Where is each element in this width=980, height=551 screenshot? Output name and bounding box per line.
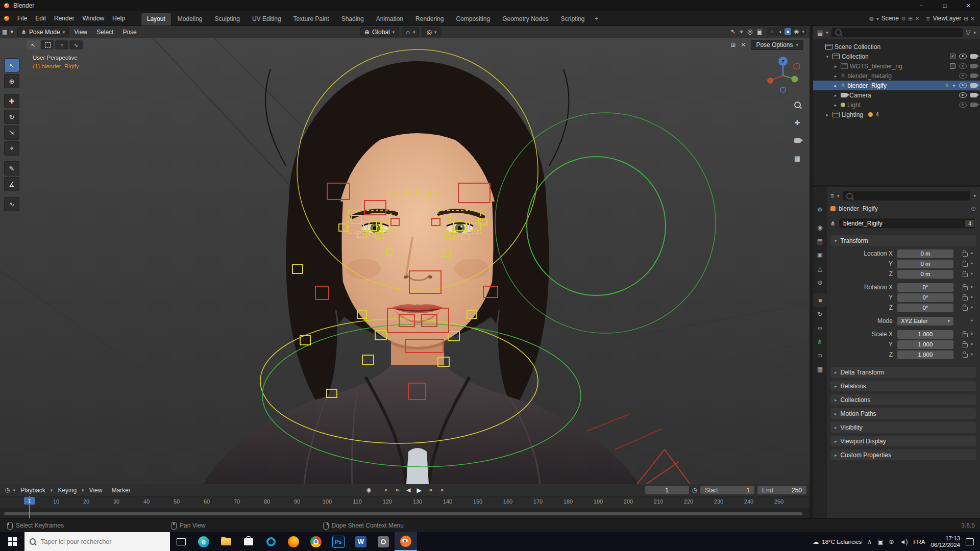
scene-dropdown-icon[interactable]: ▾ bbox=[876, 16, 879, 21]
workspace-tab-layout[interactable]: Layout bbox=[141, 13, 171, 26]
pin-scene-icon[interactable]: ⊙ bbox=[901, 16, 905, 21]
hide-viewport-icon[interactable] bbox=[959, 63, 967, 69]
tray-expand-icon[interactable]: ∧ bbox=[867, 538, 872, 545]
menu-help[interactable]: Help bbox=[108, 13, 129, 24]
zoom-icon[interactable] bbox=[792, 99, 802, 110]
circle-select-icon[interactable]: ○ bbox=[55, 40, 68, 49]
taskbar-app-edge[interactable]: e bbox=[192, 532, 215, 551]
current-frame-marker[interactable]: 1 bbox=[24, 497, 35, 505]
tab-scene-icon[interactable]: △ bbox=[813, 262, 827, 276]
expand-icon[interactable]: ▸ bbox=[832, 73, 839, 79]
tab-texture-icon[interactable]: ▦ bbox=[813, 362, 827, 376]
lock-icon[interactable] bbox=[963, 307, 968, 311]
filter-icon[interactable]: ▽ bbox=[966, 29, 970, 36]
outliner-editor-icon[interactable]: ▤ bbox=[817, 29, 823, 36]
close-area-icon[interactable]: ✕ bbox=[741, 41, 746, 48]
lock-icon[interactable] bbox=[963, 343, 968, 347]
timeline-menu-playback[interactable]: Playback bbox=[16, 485, 50, 495]
expand-icon[interactable]: ▸ bbox=[832, 93, 839, 98]
tab-physics-icon[interactable]: ↻ bbox=[813, 307, 827, 321]
xray-toggle-icon[interactable]: ▣ bbox=[757, 28, 763, 35]
menu-render[interactable]: Render bbox=[50, 13, 78, 24]
new-viewlayer-icon[interactable]: ⊞ bbox=[964, 16, 968, 21]
workspace-tab-geometry-nodes[interactable]: Geometry Nodes bbox=[497, 13, 554, 26]
end-frame-field[interactable]: End 250 bbox=[757, 486, 806, 494]
task-view-button[interactable] bbox=[170, 532, 192, 551]
animate-dot-icon[interactable]: • bbox=[971, 294, 973, 301]
move-tool-button[interactable]: ✚ bbox=[4, 94, 19, 108]
navigation-gizmo[interactable]: Z bbox=[763, 55, 803, 96]
lock-icon[interactable] bbox=[963, 354, 968, 358]
location-z-field[interactable]: 0 m bbox=[897, 270, 953, 279]
lock-icon[interactable] bbox=[963, 296, 968, 300]
hide-viewport-icon[interactable] bbox=[959, 73, 967, 79]
animate-dot-icon[interactable]: • bbox=[971, 317, 973, 324]
outliner-row-light[interactable]: ▸ Light bbox=[813, 100, 980, 110]
next-keyframe-button[interactable]: ↠ bbox=[426, 486, 434, 494]
auto-keying-icon[interactable]: ◉ bbox=[364, 486, 374, 494]
section-relations[interactable]: ▸ Relations bbox=[830, 381, 976, 391]
lock-icon[interactable] bbox=[963, 253, 968, 257]
workspace-tab-sculpting[interactable]: Sculpting bbox=[209, 13, 246, 26]
taskbar-app-word[interactable]: W bbox=[350, 532, 372, 551]
animate-dot-icon[interactable]: • bbox=[971, 331, 973, 338]
taskbar-app-store[interactable] bbox=[237, 532, 260, 551]
network-icon[interactable]: ⊕ bbox=[889, 538, 894, 545]
mode-dropdown[interactable]: ⋔ Pose Mode ▾ bbox=[17, 27, 69, 37]
location-y-field[interactable]: 0 m bbox=[897, 260, 953, 268]
chevron-down-icon[interactable]: ▾ bbox=[826, 30, 828, 35]
lock-icon[interactable] bbox=[963, 333, 968, 337]
close-button[interactable]: ✕ bbox=[957, 0, 980, 11]
editor-type-dropdown-icon[interactable]: ▾ bbox=[10, 29, 13, 35]
hide-viewport-icon[interactable] bbox=[959, 83, 967, 88]
fullscreen-area-icon[interactable]: ⊞ bbox=[730, 41, 736, 48]
outliner-row-camera[interactable]: ▸ Camera bbox=[813, 90, 980, 100]
chevron-down-icon[interactable]: ▾ bbox=[973, 193, 976, 198]
tab-tool-icon[interactable]: ⚙ bbox=[813, 203, 827, 216]
viewport-menu-select[interactable]: Select bbox=[92, 27, 117, 37]
outliner-row-wgts[interactable]: ▸ WGTS_blender_rig bbox=[813, 61, 980, 71]
section-custom-properties[interactable]: ▸ Custom Properties bbox=[830, 449, 976, 460]
pose-options-dropdown[interactable]: Pose Options ▾ bbox=[751, 40, 803, 50]
section-delta-transform[interactable]: ▸ Delta Transform bbox=[830, 367, 976, 378]
expand-icon[interactable]: ▸ bbox=[832, 64, 839, 69]
editor-type-icon[interactable]: ▦ bbox=[0, 29, 9, 35]
search-input[interactable] bbox=[40, 538, 165, 546]
start-button[interactable] bbox=[0, 532, 24, 551]
menu-file[interactable]: File bbox=[13, 13, 31, 24]
section-viewport-display[interactable]: ▸ Viewport Display bbox=[830, 436, 976, 446]
scale-x-field[interactable]: 1.000 bbox=[897, 330, 953, 339]
animate-dot-icon[interactable]: • bbox=[971, 304, 973, 311]
chevron-down-icon[interactable]: ▾ bbox=[802, 29, 804, 34]
outliner-row-scene-collection[interactable]: Scene Collection bbox=[813, 42, 980, 52]
animate-dot-icon[interactable]: • bbox=[971, 270, 973, 278]
lock-icon[interactable] bbox=[963, 286, 968, 290]
location-x-field[interactable]: 0 m bbox=[897, 249, 953, 258]
workspace-tab-texture-paint[interactable]: Texture Paint bbox=[288, 13, 335, 26]
disable-render-icon[interactable] bbox=[970, 83, 977, 88]
rotation-mode-dropdown[interactable]: XYZ Euler ▾ bbox=[897, 317, 953, 325]
chevron-down-icon[interactable]: ▾ bbox=[973, 30, 976, 35]
box-select-icon[interactable] bbox=[41, 40, 54, 49]
shading-wireframe-icon[interactable]: ○ bbox=[769, 28, 775, 35]
section-visibility[interactable]: ▸ Visibility bbox=[830, 422, 976, 433]
measure-tool-button[interactable]: ∡ bbox=[4, 177, 19, 191]
play-button[interactable]: ▶ bbox=[414, 486, 423, 494]
disable-render-icon[interactable] bbox=[970, 64, 977, 68]
chevron-down-icon[interactable]: ▾ bbox=[837, 193, 840, 198]
rotation-y-field[interactable]: 0° bbox=[897, 293, 953, 302]
jump-to-start-button[interactable]: ⇤ bbox=[383, 486, 391, 494]
add-workspace-button[interactable]: + bbox=[592, 13, 602, 26]
outliner-search-input[interactable] bbox=[831, 28, 963, 37]
jump-to-end-button[interactable]: ⇥ bbox=[436, 486, 445, 494]
expand-icon[interactable]: ▸ bbox=[832, 103, 839, 108]
notification-center-icon[interactable] bbox=[966, 538, 974, 545]
animate-dot-icon[interactable]: • bbox=[971, 284, 973, 291]
proportional-editing-toggle[interactable]: ◎ ▾ bbox=[422, 27, 440, 37]
tweak-select-icon[interactable]: ↖ bbox=[27, 40, 40, 49]
timeline-menu-marker[interactable]: Marker bbox=[107, 485, 134, 495]
taskbar-app-outlook[interactable] bbox=[260, 532, 282, 551]
taskbar-app-blender[interactable] bbox=[395, 532, 417, 551]
camera-view-icon[interactable] bbox=[792, 135, 802, 145]
tab-bone-icon[interactable]: ⊃ bbox=[813, 348, 827, 362]
